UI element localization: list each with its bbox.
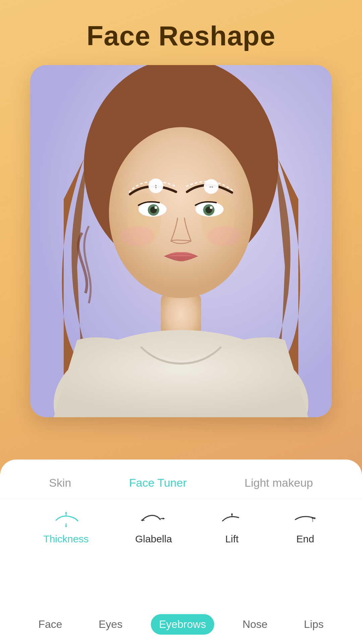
nav-face[interactable]: Face xyxy=(30,614,70,635)
svg-point-8 xyxy=(208,226,241,246)
glabella-label: Glabella xyxy=(135,533,172,545)
svg-point-7 xyxy=(121,226,154,246)
end-icon xyxy=(292,509,319,529)
svg-marker-22 xyxy=(65,512,67,514)
tab-face-tuner[interactable]: Face Tuner xyxy=(129,474,187,492)
thickness-icon xyxy=(53,509,79,529)
photo-card: ↕ ↔ xyxy=(30,65,332,417)
tab-light-makeup[interactable]: Light makeup xyxy=(245,474,313,492)
tool-thickness[interactable]: Thickness xyxy=(43,509,88,545)
svg-marker-24 xyxy=(65,526,67,528)
tool-lift[interactable]: Lift xyxy=(219,509,245,545)
end-label: End xyxy=(296,533,314,545)
nav-eyes[interactable]: Eyes xyxy=(90,614,130,635)
bottom-panel: Skin Face Tuner Light makeup Thickness xyxy=(0,460,362,644)
nav-nose[interactable]: Nose xyxy=(234,614,276,635)
bottom-nav: Face Eyes Eyebrows Nose Lips xyxy=(0,605,362,644)
tab-skin[interactable]: Skin xyxy=(49,474,71,492)
svg-marker-28 xyxy=(163,518,165,520)
tool-glabella[interactable]: Glabella xyxy=(135,509,172,545)
nav-lips[interactable]: Lips xyxy=(296,614,332,635)
svg-point-12 xyxy=(155,206,157,209)
lift-label: Lift xyxy=(225,533,239,545)
category-tabs: Skin Face Tuner Light makeup xyxy=(0,460,362,499)
svg-text:↕: ↕ xyxy=(155,183,158,190)
svg-marker-26 xyxy=(141,519,143,521)
glabella-icon xyxy=(140,509,167,529)
tool-end[interactable]: End xyxy=(292,509,319,545)
svg-marker-30 xyxy=(231,513,233,515)
page-title: Face Reshape xyxy=(86,20,276,52)
svg-text:↔: ↔ xyxy=(208,183,214,190)
svg-point-16 xyxy=(210,206,213,209)
lift-icon xyxy=(219,509,245,529)
thickness-label: Thickness xyxy=(43,533,88,545)
svg-marker-32 xyxy=(314,517,316,519)
nav-eyebrows[interactable]: Eyebrows xyxy=(151,614,214,635)
tool-options-row: Thickness Glabella xyxy=(0,499,362,551)
